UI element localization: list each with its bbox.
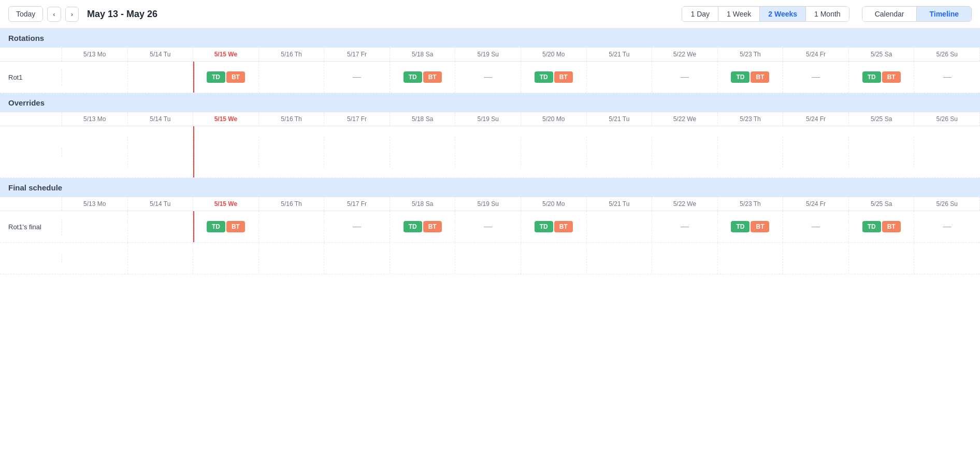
rot1-td-520[interactable]: TD — [535, 71, 553, 83]
day-header-521: 5/21 Tu — [587, 48, 653, 61]
final-day-headers: 5/13 Mo 5/14 Tu 5/15 We 5/16 Th 5/17 Fr … — [0, 197, 980, 211]
ov-day-header-517: 5/17 Fr — [324, 112, 390, 126]
view-2weeks[interactable]: 2 Weeks — [760, 7, 806, 21]
fs-cell-523: TD BT — [718, 211, 784, 242]
rot1-cell-524: — — [783, 62, 849, 93]
fs-cell-520: TD BT — [521, 211, 587, 242]
fs-td-525[interactable]: TD — [862, 221, 881, 232]
rot1-bt-523[interactable]: BT — [751, 71, 769, 83]
fs-td-518[interactable]: TD — [403, 221, 422, 232]
ov-cell-514 — [128, 137, 194, 168]
rot1-dash-519: — — [482, 72, 494, 82]
ov-day-header-522: 5/22 We — [652, 112, 718, 126]
overrides-day-headers: 5/13 Mo 5/14 Tu 5/15 We 5/16 Th 5/17 Fr … — [0, 112, 980, 126]
ov-cell-526 — [914, 137, 980, 168]
today-button[interactable]: Today — [8, 6, 43, 22]
calendar-body: Rotations 5/13 Mo 5/14 Tu 5/15 We 5/16 T… — [0, 28, 980, 274]
section-overrides-header: Overrides — [0, 93, 980, 112]
rot1-cell-526: — — [914, 62, 980, 93]
rot1-cell-518: TD BT — [390, 62, 456, 93]
fs-day-header-522: 5/22 We — [652, 197, 718, 211]
rot1-td-515[interactable]: TD — [207, 71, 225, 83]
ov-cell-513 — [62, 137, 128, 168]
overrides-empty-row — [0, 126, 980, 178]
ov-cell-516 — [259, 137, 325, 168]
rot1-cell-525: TD BT — [849, 62, 915, 93]
fs-day-header-516: 5/16 Th — [259, 197, 325, 211]
ov-cell-520 — [521, 137, 587, 168]
fs-bt-523[interactable]: BT — [751, 221, 769, 232]
rot1-cell-516 — [259, 62, 325, 93]
view-group: 1 Day 1 Week 2 Weeks 1 Month — [682, 6, 849, 22]
day-header-518: 5/18 Sa — [390, 48, 456, 61]
ov-day-header-514: 5/14 Tu — [128, 112, 194, 126]
day-header-520: 5/20 Mo — [521, 48, 587, 61]
view-1week[interactable]: 1 Week — [718, 7, 760, 21]
rot1-td-525[interactable]: TD — [862, 71, 881, 83]
fs-cell-517: — — [324, 211, 390, 242]
next-button[interactable]: › — [65, 7, 79, 22]
day-header-524: 5/24 Fr — [783, 48, 849, 61]
fs-cell-526: — — [914, 211, 980, 242]
fs-dash-526: — — [941, 222, 954, 231]
rot1-bt-520[interactable]: BT — [554, 71, 573, 83]
fs-cell-516 — [259, 211, 325, 242]
fs-td-515[interactable]: TD — [207, 221, 225, 232]
view-1day[interactable]: 1 Day — [682, 7, 718, 21]
fs-cell-518: TD BT — [390, 211, 456, 242]
rotations-grid: 5/13 Mo 5/14 Tu 5/15 We 5/16 Th 5/17 Fr … — [0, 48, 980, 93]
ov-day-header-516: 5/16 Th — [259, 112, 325, 126]
day-header-515: 5/15 We — [193, 48, 259, 61]
fs-bottom-padding — [0, 243, 980, 274]
rot1-cell-515: TD BT — [193, 62, 259, 93]
fs-bt-518[interactable]: BT — [423, 221, 442, 232]
ov-cell-523 — [718, 137, 784, 168]
rot1-bt-518[interactable]: BT — [423, 71, 442, 83]
fs-day-header-515: 5/15 We — [193, 197, 259, 211]
overrides-grid: 5/13 Mo 5/14 Tu 5/15 We 5/16 Th 5/17 Fr … — [0, 112, 980, 178]
fs-day-header-514: 5/14 Tu — [128, 197, 194, 211]
ov-day-header-523: 5/23 Th — [718, 112, 784, 126]
mode-group: Calendar Timeline — [862, 6, 972, 22]
rot1final-row: Rot1's final TD BT — TD BT — TD BT — [0, 211, 980, 243]
rot1-cell-523: TD BT — [718, 62, 784, 93]
fs-bt-520[interactable]: BT — [554, 221, 573, 232]
toolbar: Today ‹ › May 13 - May 26 1 Day 1 Week 2… — [0, 0, 980, 28]
rot1-cell-517: — — [324, 62, 390, 93]
ov-day-header-525: 5/25 Sa — [849, 112, 915, 126]
fs-dash-524: — — [810, 222, 822, 231]
fs-bt-515[interactable]: BT — [226, 221, 245, 232]
rot1-label: Rot1 — [0, 69, 62, 85]
date-range: May 13 - May 26 — [87, 9, 180, 20]
view-1month[interactable]: 1 Month — [806, 7, 849, 21]
rot1-row: Rot1 TD BT — TD BT — — [0, 62, 980, 93]
fs-day-header-520: 5/20 Mo — [521, 197, 587, 211]
fs-cell-521 — [587, 211, 653, 242]
today-line-rotations — [193, 62, 194, 93]
fs-dash-517: — — [351, 222, 363, 231]
rot1-td-523[interactable]: TD — [731, 71, 750, 83]
rot1-bt-515[interactable]: BT — [226, 71, 245, 83]
rot1-bt-525[interactable]: BT — [882, 71, 901, 83]
mode-timeline[interactable]: Timeline — [917, 7, 971, 21]
day-header-526: 5/26 Su — [914, 48, 980, 61]
ov-day-header-520: 5/20 Mo — [521, 112, 587, 126]
mode-calendar[interactable]: Calendar — [862, 7, 917, 21]
ov-day-header-513: 5/13 Mo — [62, 112, 128, 126]
overrides-row-label — [0, 148, 62, 156]
rot1-td-518[interactable]: TD — [403, 71, 422, 83]
fs-day-header-526: 5/26 Su — [914, 197, 980, 211]
prev-button[interactable]: ‹ — [47, 7, 61, 22]
ov-day-header-521: 5/21 Tu — [587, 112, 653, 126]
fs-bt-525[interactable]: BT — [882, 221, 901, 232]
ov-cell-515 — [193, 137, 259, 168]
ov-cell-519 — [455, 137, 521, 168]
fs-cell-515: TD BT — [193, 211, 259, 242]
fs-td-520[interactable]: TD — [535, 221, 553, 232]
fs-pad-label — [0, 254, 62, 262]
fs-td-523[interactable]: TD — [731, 221, 750, 232]
fs-dash-522: — — [679, 222, 691, 231]
rot1-cell-522: — — [652, 62, 718, 93]
rot1-dash-526: — — [941, 72, 954, 82]
fs-cell-514 — [128, 211, 194, 242]
